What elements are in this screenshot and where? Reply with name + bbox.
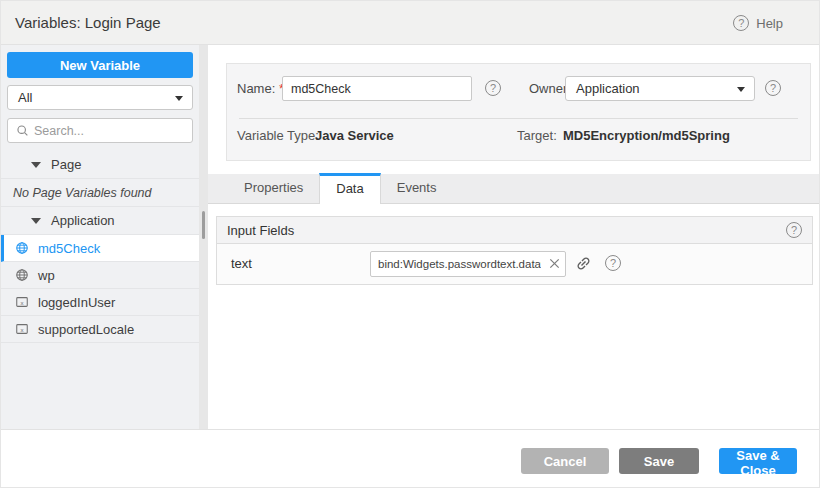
tree-item-label: supportedLocale (38, 322, 134, 337)
name-help-icon[interactable] (485, 80, 501, 96)
variable-type-value: Java Service (315, 126, 394, 146)
collapse-triangle-icon (31, 162, 41, 168)
search-input[interactable] (34, 124, 184, 138)
search-box[interactable] (7, 118, 193, 143)
tree-item-label: wp (38, 268, 55, 283)
new-variable-button[interactable]: New Variable (7, 52, 193, 78)
variable-summary-box: Name: * Owner: * Application Variable Ty… (226, 63, 811, 161)
tree-group-page[interactable]: Page (1, 151, 199, 179)
tree-item-loggedinuser[interactable]: x loggedInUser (1, 289, 199, 316)
dialog-footer: Cancel Save Save & Close (1, 429, 820, 487)
tree-item-label: md5Check (38, 241, 100, 256)
bind-link-icon[interactable] (571, 251, 595, 275)
input-fields-title: Input Fields (227, 223, 294, 238)
target-value: MD5Encryption/md5Spring (563, 126, 730, 146)
owner-value: Application (576, 81, 640, 96)
variables-tree: Page No Page Variables found Application (1, 151, 199, 343)
input-fields-section: Input Fields text (216, 216, 813, 285)
tab-events[interactable]: Events (381, 173, 453, 203)
bind-input-wrap (370, 251, 566, 277)
clear-bind-icon[interactable] (548, 257, 561, 270)
svg-text:x: x (20, 326, 23, 333)
tab-data[interactable]: Data (319, 173, 380, 204)
java-service-icon (15, 268, 29, 282)
detail-tabbar: Properties Data Events (208, 174, 820, 204)
help-icon (733, 15, 749, 31)
input-fields-header: Input Fields (217, 217, 812, 244)
page-title: Variables: Login Page (15, 1, 161, 45)
dialog-header: Variables: Login Page Help (1, 1, 820, 45)
page-variables-empty-text: No Page Variables found (1, 179, 199, 207)
field-name-label: text (231, 244, 252, 284)
name-owner-row: Name: * Owner: * Application (227, 76, 810, 102)
panel-divider (199, 45, 208, 431)
variables-sidebar: New Variable All Page No Page Variables … (1, 45, 199, 431)
form-divider (239, 118, 798, 119)
tree-item-label: loggedInUser (38, 295, 115, 310)
collapse-triangle-icon (31, 218, 41, 224)
owner-help-icon[interactable] (765, 80, 781, 96)
target-label: Target: (517, 126, 557, 146)
scrollbar-thumb[interactable] (202, 211, 205, 239)
variable-filter-value: All (18, 90, 32, 105)
variables-dialog: Variables: Login Page Help New Variable … (0, 0, 820, 488)
tree-item-md5check[interactable]: md5Check (1, 235, 199, 262)
tree-group-label: Application (51, 213, 115, 228)
field-help-icon[interactable] (605, 255, 621, 271)
search-icon (16, 124, 29, 137)
type-target-row: Variable Type: Java Service Target: MD5E… (227, 126, 810, 146)
model-variable-icon: x (15, 295, 29, 309)
save-button[interactable]: Save (619, 448, 699, 474)
tree-item-wp[interactable]: wp (1, 262, 199, 289)
model-variable-icon: x (15, 322, 29, 336)
tree-group-label: Page (51, 157, 81, 172)
chevron-down-icon (737, 87, 745, 92)
owner-select[interactable]: Application (565, 76, 755, 101)
java-service-icon (15, 241, 29, 255)
tab-properties[interactable]: Properties (228, 173, 319, 203)
bind-value-input[interactable] (370, 251, 566, 277)
variable-filter-select[interactable]: All (7, 85, 193, 110)
cancel-button[interactable]: Cancel (521, 448, 609, 474)
variable-detail-panel: Name: * Owner: * Application Variable Ty… (208, 45, 820, 431)
tree-item-supportedlocale[interactable]: x supportedLocale (1, 316, 199, 343)
tree-group-application[interactable]: Application (1, 207, 199, 235)
help-button[interactable]: Help (733, 15, 783, 31)
variable-type-label: Variable Type: (237, 126, 319, 146)
input-fields-row: text (217, 244, 812, 284)
help-label: Help (756, 16, 783, 31)
save-and-close-button[interactable]: Save & Close (719, 448, 797, 474)
input-fields-help-icon[interactable] (786, 222, 802, 238)
svg-text:x: x (20, 299, 23, 306)
name-input[interactable] (282, 76, 472, 101)
chevron-down-icon (175, 96, 183, 101)
name-label: Name: * (237, 76, 284, 102)
